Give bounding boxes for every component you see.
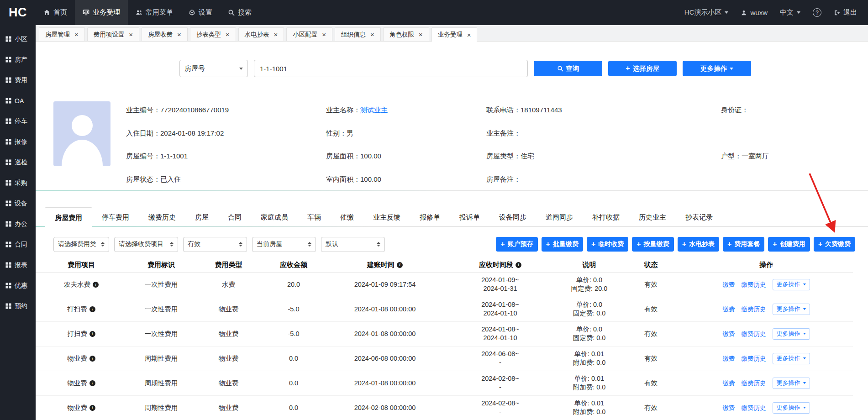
fee-class-select[interactable]: 请选择费用类 xyxy=(53,237,109,252)
sidebar-item-contract[interactable]: 合同 xyxy=(0,234,36,255)
detail-tab-repair-orders[interactable]: 报修单 xyxy=(410,207,450,227)
logout-button[interactable]: 退出 xyxy=(834,8,857,17)
select-house-button[interactable]: + 选择房屋 xyxy=(608,61,677,76)
arrears-pay-button[interactable]: +欠费缴费 xyxy=(814,237,855,252)
workspace-tab-house-charging[interactable]: 房屋收费× xyxy=(142,27,188,41)
batch-pay-button[interactable]: +批量缴费 xyxy=(542,237,583,252)
current-user[interactable]: wuxw xyxy=(741,9,768,16)
scope-select[interactable]: 当前房屋 xyxy=(252,237,316,252)
usage-pay-button[interactable]: +按量缴费 xyxy=(632,237,673,252)
row-more-actions-button[interactable]: 更多操作 xyxy=(773,304,810,315)
close-icon[interactable]: × xyxy=(74,31,79,38)
row-more-actions-button[interactable]: 更多操作 xyxy=(773,402,810,414)
close-icon[interactable]: × xyxy=(419,31,423,38)
sidebar-item-reservation[interactable]: 预约 xyxy=(0,296,36,316)
pay-link[interactable]: 缴费 xyxy=(723,379,735,388)
nav-item-business-acceptance[interactable]: 业务受理 xyxy=(75,0,128,25)
detail-tab-house[interactable]: 房屋 xyxy=(185,207,218,227)
sidebar-item-fee[interactable]: 费用 xyxy=(0,70,36,90)
fee-item-select[interactable]: 请选择收费项目 xyxy=(114,237,178,252)
pay-history-link[interactable]: 缴费历史 xyxy=(742,404,766,412)
fee-package-button[interactable]: +费用套餐 xyxy=(723,237,764,252)
row-more-actions-button[interactable]: 更多操作 xyxy=(773,378,810,389)
info-icon[interactable]: i xyxy=(516,262,521,268)
detail-tab-family-members[interactable]: 家庭成员 xyxy=(251,207,298,227)
language-selector[interactable]: 中文 xyxy=(780,8,800,17)
detail-tab-collection[interactable]: 催缴 xyxy=(331,207,363,227)
pay-history-link[interactable]: 缴费历史 xyxy=(742,354,766,363)
owner-name-link[interactable]: 测试业主 xyxy=(360,106,388,114)
mode-select[interactable]: 默认 xyxy=(321,237,385,252)
detail-tab-complaint-orders[interactable]: 投诉单 xyxy=(450,207,489,227)
info-icon[interactable]: i xyxy=(93,282,99,288)
sidebar-item-equipment[interactable]: 设备 xyxy=(0,193,36,214)
sidebar-item-parking[interactable]: 停车 xyxy=(0,111,36,131)
sidebar-item-repair[interactable]: 报修 xyxy=(0,131,36,152)
close-icon[interactable]: × xyxy=(322,31,326,38)
pay-history-link[interactable]: 缴费历史 xyxy=(742,379,766,388)
pay-link[interactable]: 缴费 xyxy=(723,280,735,289)
account-deposit-button[interactable]: +账户预存 xyxy=(496,237,537,252)
detail-tab-history-owners[interactable]: 历史业主 xyxy=(629,207,676,227)
sidebar-item-report[interactable]: 报表 xyxy=(0,255,36,275)
detail-tab-house-fee[interactable]: 房屋费用 xyxy=(45,207,92,227)
sidebar-item-community[interactable]: 小区 xyxy=(0,29,36,49)
sidebar-item-office[interactable]: 办公 xyxy=(0,214,36,234)
utility-meter-button[interactable]: +水电抄表 xyxy=(678,237,719,252)
close-icon[interactable]: × xyxy=(467,31,471,38)
sidebar-item-property[interactable]: 房产 xyxy=(0,49,36,70)
nav-item-common-menu[interactable]: 常用菜单 xyxy=(128,0,181,25)
community-selector[interactable]: HC演示小区 xyxy=(684,8,729,17)
nav-item-settings[interactable]: 设置 xyxy=(181,0,220,25)
detail-tab-payment-history[interactable]: 缴费历史 xyxy=(139,207,185,227)
detail-tab-reprint-receipt[interactable]: 补打收据 xyxy=(583,207,629,227)
info-icon[interactable]: i xyxy=(89,331,95,337)
pay-link[interactable]: 缴费 xyxy=(723,330,735,338)
detail-tab-gate-sync[interactable]: 道闸同步 xyxy=(536,207,583,227)
pay-history-link[interactable]: 缴费历史 xyxy=(742,330,766,338)
close-icon[interactable]: × xyxy=(177,31,181,38)
pay-link[interactable]: 缴费 xyxy=(723,305,735,314)
workspace-tab-business-acceptance[interactable]: 业务受理× xyxy=(431,27,478,42)
workspace-tab-role-permission[interactable]: 角色权限× xyxy=(383,27,429,41)
house-number-input[interactable] xyxy=(254,60,528,77)
state-select[interactable]: 有效 xyxy=(183,237,247,252)
workspace-tab-organization-info[interactable]: 组织信息× xyxy=(335,27,381,41)
more-actions-button[interactable]: 更多操作 xyxy=(683,61,751,76)
info-icon[interactable]: i xyxy=(89,356,95,362)
sidebar-item-oa[interactable]: OA xyxy=(0,90,36,111)
sidebar-item-inspection[interactable]: 巡检 xyxy=(0,152,36,173)
detail-tab-vehicles[interactable]: 车辆 xyxy=(298,207,331,227)
workspace-tab-house-management[interactable]: 房屋管理× xyxy=(39,27,85,41)
close-icon[interactable]: × xyxy=(370,31,374,38)
search-field-select[interactable]: 房屋号 xyxy=(179,60,248,77)
temp-charge-button[interactable]: +临时收费 xyxy=(587,237,628,252)
info-icon[interactable]: i xyxy=(89,306,95,312)
pay-link[interactable]: 缴费 xyxy=(723,404,735,412)
detail-tab-contract[interactable]: 合同 xyxy=(218,207,251,227)
info-icon[interactable]: i xyxy=(89,380,95,386)
workspace-tab-fee-item-settings[interactable]: 费用项设置× xyxy=(87,27,139,41)
row-more-actions-button[interactable]: 更多操作 xyxy=(773,279,810,290)
brand-logo[interactable]: HC xyxy=(0,5,36,20)
help-button[interactable]: ? xyxy=(813,8,821,17)
info-icon[interactable]: i xyxy=(89,405,95,411)
info-icon[interactable]: i xyxy=(397,262,403,268)
sidebar-item-purchase[interactable]: 采购 xyxy=(0,173,36,193)
detail-tab-meter-records[interactable]: 抄表记录 xyxy=(676,207,722,227)
nav-item-home[interactable]: 首页 xyxy=(36,0,75,25)
workspace-tab-community-config[interactable]: 小区配置× xyxy=(286,27,332,41)
create-fee-button[interactable]: +创建费用 xyxy=(768,237,810,252)
detail-tab-parking-fee[interactable]: 停车费用 xyxy=(92,207,139,227)
row-more-actions-button[interactable]: 更多操作 xyxy=(773,328,810,340)
pay-history-link[interactable]: 缴费历史 xyxy=(742,280,766,289)
pay-history-link[interactable]: 缴费历史 xyxy=(742,305,766,314)
sidebar-item-discount[interactable]: 优惠 xyxy=(0,275,36,296)
close-icon[interactable]: × xyxy=(226,31,230,38)
close-icon[interactable]: × xyxy=(274,31,278,38)
detail-tab-owner-feedback[interactable]: 业主反馈 xyxy=(363,207,410,227)
detail-tab-device-sync[interactable]: 设备同步 xyxy=(489,207,536,227)
pay-link[interactable]: 缴费 xyxy=(723,354,735,363)
close-icon[interactable]: × xyxy=(129,31,133,38)
workspace-tab-utility-meter[interactable]: 水电抄表× xyxy=(238,27,284,41)
